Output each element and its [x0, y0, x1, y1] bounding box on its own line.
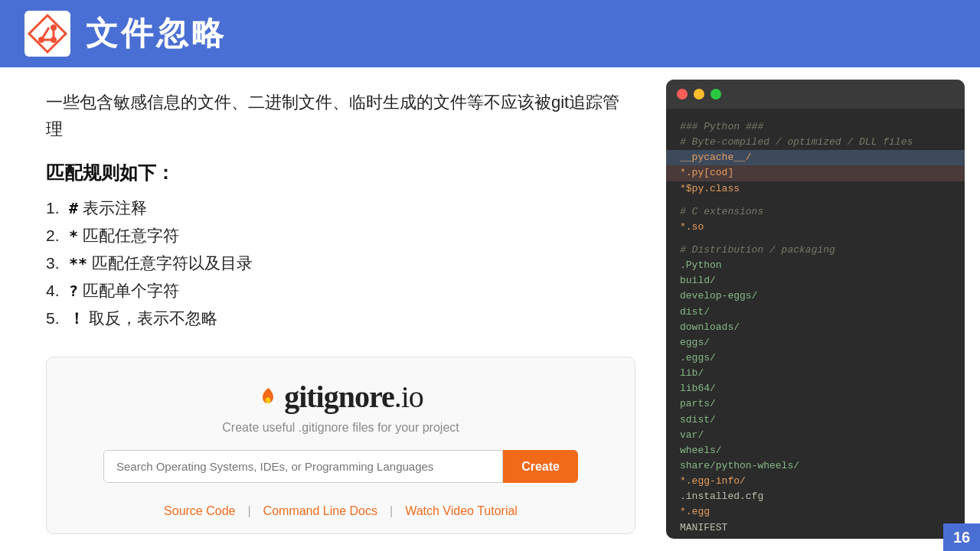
gitignore-search-input[interactable]: [103, 450, 503, 483]
code-line: # C extensions: [680, 206, 763, 217]
rule-desc: 取反，表示不忽略: [89, 308, 217, 329]
code-line: *.so: [680, 221, 704, 233]
rule-code: #: [69, 199, 78, 217]
code-line: .Python: [680, 259, 722, 271]
code-line: *.egg-info/: [680, 475, 746, 487]
code-line: ### Python ###: [680, 121, 763, 132]
gitignore-search-row: Create: [103, 450, 578, 483]
code-line: dist/: [680, 306, 710, 318]
gitignore-brand-text: gitignore.io: [284, 379, 423, 415]
rule-code: *: [69, 227, 78, 245]
list-num: 2.: [46, 227, 64, 245]
list-num: 4.: [46, 282, 64, 300]
main-content: 一些包含敏感信息的文件、二进制文件、临时生成的文件等不应该被git追踪管理 匹配…: [0, 67, 980, 551]
header: 文件忽略: [0, 0, 980, 67]
code-line: develop-eggs/: [680, 290, 757, 302]
code-line: wheels/: [680, 445, 722, 456]
git-logo-icon: [24, 11, 70, 57]
code-line: build/: [680, 275, 716, 286]
code-editor: ### Python ### # Byte-compiled / optimiz…: [666, 80, 965, 539]
maximize-button-icon: [710, 89, 721, 99]
code-line: *$py.class: [680, 183, 740, 194]
intro-text: 一些包含敏感信息的文件、二进制文件、临时生成的文件等不应该被git追踪管理: [46, 89, 635, 142]
list-num: 3.: [46, 254, 64, 272]
code-line: var/: [680, 429, 704, 441]
rule-desc: 匹配单个字符: [83, 280, 179, 302]
list-item: 3. ** 匹配任意字符以及目录: [46, 253, 635, 274]
code-line: MANIFEST: [680, 522, 727, 533]
page-title: 文件忽略: [86, 12, 227, 55]
minimize-button-icon: [694, 89, 704, 99]
watch-video-link[interactable]: Watch Video Tutorial: [405, 504, 518, 518]
left-panel: 一些包含敏感信息的文件、二进制文件、临时生成的文件等不应该被git追踪管理 匹配…: [0, 67, 666, 551]
rule-code: **: [69, 254, 87, 272]
list-num: 5.: [46, 309, 64, 328]
gitignore-brand: gitignore.io: [258, 379, 423, 415]
code-line: sdist/: [680, 414, 716, 425]
rule-desc: 匹配任意字符: [83, 225, 179, 246]
code-line: *.py[cod]: [666, 165, 965, 181]
code-line: .eggs/: [680, 352, 716, 364]
editor-body: ### Python ### # Byte-compiled / optimiz…: [666, 109, 965, 539]
page-number: 16: [943, 523, 980, 551]
gitignore-create-button[interactable]: Create: [503, 450, 578, 483]
gitignore-subtitle: Create useful .gitignore files for your …: [222, 421, 459, 435]
rules-list: 1. # 表示注释 2. * 匹配任意字符 3. ** 匹配任意字符以及目录 4…: [46, 197, 635, 335]
code-line: .installed.cfg: [680, 491, 763, 502]
flame-icon: [258, 386, 279, 408]
code-line: # Byte-compiled / optimized / DLL files: [680, 136, 913, 148]
list-num: 1.: [46, 199, 64, 217]
source-code-link[interactable]: Source Code: [164, 504, 235, 518]
code-line: downloads/: [680, 321, 740, 333]
rule-desc: 表示注释: [83, 197, 147, 219]
editor-titlebar: [666, 80, 965, 109]
rules-title: 匹配规则如下：: [46, 161, 635, 185]
code-line: # Distribution / packaging: [680, 244, 835, 256]
code-line: *.egg: [680, 506, 710, 517]
rule-code: ?: [69, 282, 78, 300]
rule-desc: 匹配任意字符以及目录: [92, 253, 253, 274]
list-item: 2. * 匹配任意字符: [46, 225, 635, 246]
list-item: 1. # 表示注释: [46, 197, 635, 219]
code-line: lib/: [680, 367, 704, 379]
list-item: 4. ? 匹配单个字符: [46, 280, 635, 302]
code-line: parts/: [680, 398, 716, 409]
code-line: eggs/: [680, 337, 710, 348]
code-line: lib64/: [680, 383, 716, 394]
rule-code: ！: [69, 308, 84, 329]
gitignore-card: gitignore.io Create useful .gitignore fi…: [46, 357, 635, 534]
gitignore-links: Source Code | Command Line Docs | Watch …: [164, 504, 518, 518]
list-item: 5. ！ 取反，表示不忽略: [46, 308, 635, 329]
command-line-docs-link[interactable]: Command Line Docs: [263, 504, 377, 518]
code-line: share/python-wheels/: [680, 460, 799, 471]
separator: |: [247, 504, 250, 518]
close-button-icon: [677, 89, 688, 99]
code-line: __pycache__/: [666, 150, 965, 165]
separator: |: [390, 504, 393, 518]
